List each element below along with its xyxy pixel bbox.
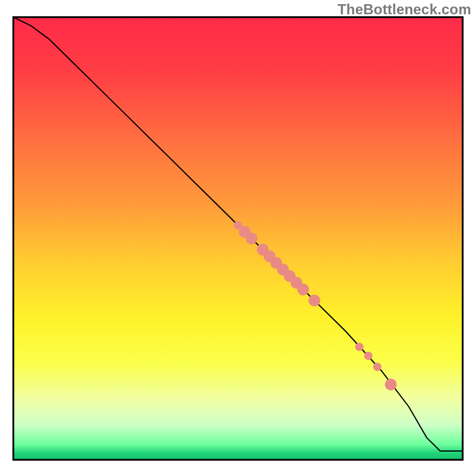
background-rect [13, 17, 462, 460]
data-marker [246, 233, 258, 245]
chart-svg [0, 0, 476, 476]
data-marker [385, 378, 397, 390]
data-marker [298, 283, 309, 295]
data-marker [373, 363, 381, 371]
data-marker [355, 343, 364, 351]
chart-stage: TheBottleneck.com [0, 0, 476, 476]
data-marker [308, 295, 320, 306]
data-marker [364, 352, 372, 360]
